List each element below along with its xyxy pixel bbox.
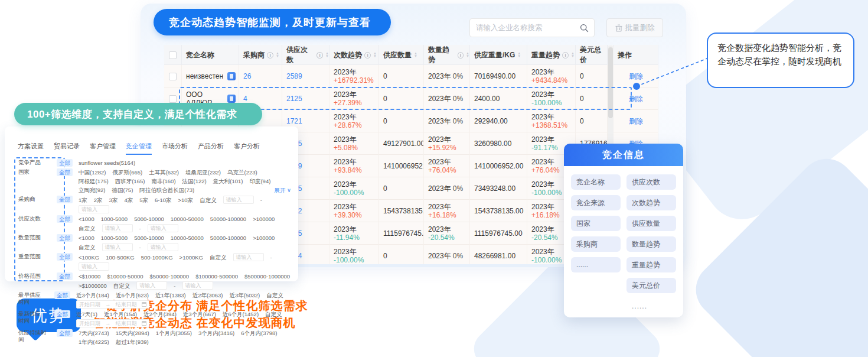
delete-link-cell[interactable]: 删除 (614, 110, 658, 132)
filter-option[interactable]: >10家 (178, 196, 194, 204)
sort-icon[interactable]: ▲▼ (414, 52, 417, 58)
filter-option[interactable]: 近6个月(623) (116, 291, 149, 299)
filter-min-input[interactable]: 请输入 (233, 253, 264, 261)
tab-市场分析[interactable]: 市场分析 (162, 142, 188, 155)
sort-icon[interactable]: ▲▼ (373, 52, 377, 58)
filter-option[interactable]: 南非(160) (151, 177, 175, 185)
tab-客户管理[interactable]: 客户管理 (90, 142, 116, 155)
filter-option[interactable]: 1家 (79, 196, 87, 204)
column-header-重量趋势[interactable]: 重量趋势i▲▼ (527, 45, 576, 65)
filter-option[interactable]: 乌克兰(223) (227, 168, 257, 176)
column-header-采购商[interactable]: 采购商i▲▼ (239, 45, 282, 65)
filter-option[interactable]: $10000-50000 (107, 272, 143, 280)
column-header-供应次数[interactable]: 供应次数i▲▼ (282, 45, 329, 65)
filter-all-option[interactable]: 全部 (54, 310, 70, 318)
filter-max-input[interactable]: 请输入 (79, 262, 109, 271)
buyer-count-cell[interactable]: 26 (239, 65, 282, 87)
filter-all-option[interactable]: 全部 (57, 196, 73, 203)
filter-custom-option[interactable]: 自定义 (266, 291, 283, 299)
filter-option[interactable]: 近1年(1383) (155, 291, 186, 299)
date-range-input[interactable]: 开始日期→结束日期 (76, 319, 149, 327)
filter-option[interactable]: 3家 (109, 196, 118, 204)
filter-option[interactable]: $100000-500000 (195, 272, 238, 280)
filter-option[interactable]: 1个月内(3055) (156, 329, 192, 337)
filter-option[interactable]: 近1个月(154) (104, 310, 137, 318)
filter-option[interactable]: <100KG (79, 254, 99, 261)
supply-count-cell[interactable]: 2589 (282, 65, 329, 87)
filter-all-option[interactable]: 全部 (57, 168, 73, 176)
select-all-checkbox-cell[interactable] (164, 45, 182, 65)
filter-option[interactable]: 50000-100000 (210, 215, 246, 223)
select-all-checkbox[interactable] (169, 51, 177, 59)
filter-option[interactable]: 近3个月(184) (76, 291, 109, 299)
filter-custom-option[interactable]: 自定义 (200, 196, 217, 204)
search-input[interactable] (470, 24, 580, 32)
filter-option[interactable]: 4家 (124, 196, 133, 204)
filter-option[interactable]: 5家 (139, 196, 148, 204)
expand-link[interactable]: 展开 ∨ (274, 186, 293, 194)
batch-delete-button[interactable]: 批量删除 (606, 18, 663, 37)
filter-all-option[interactable]: 全部 (57, 253, 73, 261)
filter-option[interactable]: 德国(75) (112, 186, 133, 194)
filter-custom-option[interactable]: 自定义 (265, 310, 282, 318)
filter-min-input[interactable]: 请输入 (223, 196, 254, 204)
filter-option[interactable]: 法国(122) (182, 177, 207, 185)
filter-option[interactable]: 3个月内(3416) (198, 329, 234, 337)
filter-option[interactable]: 10000-50000 (171, 215, 204, 223)
filter-all-option[interactable]: 全部 (54, 291, 70, 299)
filter-option[interactable]: 5000-10000 (134, 234, 164, 242)
filter-option[interactable]: 俄罗斯(665) (112, 168, 142, 176)
filter-option[interactable]: <1000 (79, 234, 94, 242)
filter-option[interactable]: <$10000 (79, 272, 100, 280)
filter-option[interactable]: 立陶宛(92) (79, 186, 105, 194)
filter-option[interactable]: 1000-5000 (101, 215, 128, 223)
filter-option[interactable]: 阿根廷(175) (79, 177, 109, 185)
filter-option[interactable]: 近2个月(394) (143, 310, 177, 318)
search-icon[interactable] (580, 24, 589, 33)
filter-option[interactable]: 15天内(2894) (116, 329, 149, 337)
filter-all-option[interactable]: 全部 (57, 159, 73, 167)
filter-custom-option[interactable]: 自定义 (79, 244, 96, 251)
filter-min-input[interactable]: 请输入 (136, 281, 167, 290)
filter-option[interactable]: 近3年(5032) (229, 291, 260, 299)
delete-link[interactable]: 删除 (629, 116, 643, 126)
column-header-供应重量/KG[interactable]: 供应重量/KG▲▼ (470, 45, 527, 65)
filter-all-option[interactable]: 全部 (57, 329, 73, 337)
filter-option[interactable]: 2家 (94, 196, 103, 204)
filter-option[interactable]: 50000-100000 (210, 234, 246, 242)
row-checkbox[interactable] (169, 73, 177, 80)
row-checkbox-cell[interactable] (164, 65, 182, 87)
filter-option[interactable]: $50000-100000 (150, 272, 190, 280)
filter-option[interactable]: >1000KG (180, 254, 203, 261)
filter-option[interactable]: >$1000000 (79, 282, 107, 290)
filter-option[interactable]: 5000-10000 (134, 215, 164, 223)
filter-option[interactable]: 中国(1282) (79, 168, 106, 176)
filter-min-input[interactable]: 请输入 (102, 224, 133, 232)
filter-option[interactable]: 近7天(1) (76, 310, 97, 318)
tab-贸易记录[interactable]: 贸易记录 (54, 142, 80, 155)
filter-max-input[interactable]: 请输入 (148, 243, 178, 251)
filter-option[interactable]: sunflower seeds(5164) (79, 159, 135, 167)
filter-option[interactable]: 1年内(4225) (79, 338, 109, 346)
filter-max-input[interactable]: 请输入 (182, 281, 213, 290)
filter-option[interactable]: 近6个月(1452) (223, 310, 259, 318)
filter-custom-option[interactable]: 自定义 (210, 254, 227, 261)
tab-产品分析[interactable]: 产品分析 (198, 142, 224, 155)
filter-option[interactable]: 坦桑尼亚(232) (185, 168, 221, 176)
column-header-供应数量[interactable]: 供应数量▲▼ (379, 45, 424, 65)
filter-all-option[interactable]: 全部 (57, 234, 73, 242)
filter-option[interactable]: <1000 (79, 215, 94, 223)
sort-icon[interactable]: ▲▼ (517, 52, 521, 58)
column-header-数量趋势[interactable]: 数量趋势i▲▼ (424, 45, 470, 65)
tab-方案设置[interactable]: 方案设置 (18, 142, 44, 155)
filter-option[interactable]: 10000-50000 (171, 234, 204, 242)
filter-max-input[interactable]: 请输入 (148, 224, 178, 232)
filter-option[interactable]: 100-500KG (106, 254, 135, 261)
filter-option[interactable]: 西班牙(165) (115, 177, 145, 185)
filter-max-input[interactable]: 请输入 (79, 205, 109, 213)
sort-icon[interactable]: ▲▼ (466, 52, 469, 58)
filter-option[interactable]: 近2年(3063) (192, 291, 223, 299)
filter-option[interactable]: 超过1年(939) (116, 338, 149, 346)
filter-option[interactable]: 意大利(101) (213, 177, 243, 185)
filter-custom-option[interactable]: 自定义 (79, 225, 96, 232)
